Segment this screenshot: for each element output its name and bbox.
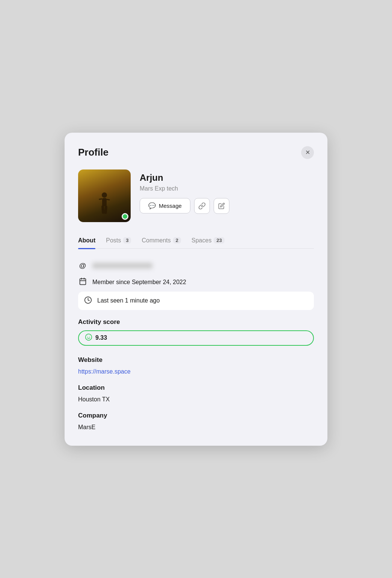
profile-subtitle: Mars Exp tech — [140, 185, 229, 192]
company-value: MarsE — [78, 424, 314, 431]
profile-section: Arjun Mars Exp tech 💬 Message — [78, 169, 314, 222]
svg-rect-6 — [80, 278, 86, 284]
svg-rect-5 — [104, 206, 107, 214]
link-button[interactable] — [194, 198, 210, 214]
last-seen-row: Last seen 1 minute ago — [78, 292, 314, 310]
edit-icon — [218, 203, 225, 209]
message-icon: 💬 — [148, 202, 156, 209]
activity-score-badge: 9.33 — [78, 330, 314, 346]
website-link[interactable]: https://marse.space — [78, 368, 314, 375]
member-since-row: Member since September 24, 2022 — [78, 274, 314, 291]
member-since-text: Member since September 24, 2022 — [92, 279, 186, 286]
modal-title: Profile — [78, 147, 109, 158]
profile-actions: 💬 Message — [140, 198, 229, 214]
link-icon — [198, 202, 206, 210]
about-section: @ Member since September 24, 2022 — [78, 258, 314, 431]
location-label: Location — [78, 384, 314, 392]
spaces-badge: 23 — [214, 237, 224, 244]
svg-point-11 — [86, 334, 92, 340]
svg-point-0 — [102, 192, 107, 198]
message-button[interactable]: 💬 Message — [140, 198, 190, 213]
last-seen-text: Last seen 1 minute ago — [97, 297, 160, 304]
profile-modal: Profile ✕ Arjun Mars Exp tech — [65, 133, 327, 446]
company-label: Company — [78, 412, 314, 419]
website-label: Website — [78, 356, 314, 364]
tab-posts[interactable]: Posts 3 — [106, 233, 131, 248]
svg-rect-1 — [102, 198, 107, 206]
online-indicator — [122, 213, 128, 220]
tabs-bar: About Posts 3 Comments 2 Spaces 23 — [78, 233, 314, 249]
close-button[interactable]: ✕ — [301, 146, 314, 159]
tab-comments[interactable]: Comments 2 — [142, 233, 181, 248]
clock-icon — [84, 296, 92, 306]
message-label: Message — [159, 203, 182, 209]
profile-info: Arjun Mars Exp tech 💬 Message — [140, 172, 229, 214]
edit-button[interactable] — [214, 198, 229, 214]
avatar-wrap — [78, 169, 131, 222]
svg-rect-3 — [106, 199, 110, 201]
profile-name: Arjun — [140, 172, 229, 183]
svg-rect-2 — [99, 198, 102, 200]
email-row: @ — [78, 258, 314, 274]
location-value: Houston TX — [78, 396, 314, 403]
svg-rect-4 — [101, 205, 105, 213]
calendar-icon — [78, 277, 87, 287]
tab-about[interactable]: About — [78, 233, 95, 248]
email-blurred — [92, 263, 152, 269]
posts-badge: 3 — [123, 237, 131, 244]
tab-spaces[interactable]: Spaces 23 — [191, 233, 225, 248]
comments-badge: 2 — [173, 237, 181, 244]
at-icon: @ — [78, 262, 87, 270]
modal-header: Profile ✕ — [78, 146, 314, 159]
activity-score-value: 9.33 — [95, 334, 107, 341]
smiley-icon — [85, 333, 92, 343]
activity-score-label: Activity score — [78, 318, 314, 326]
